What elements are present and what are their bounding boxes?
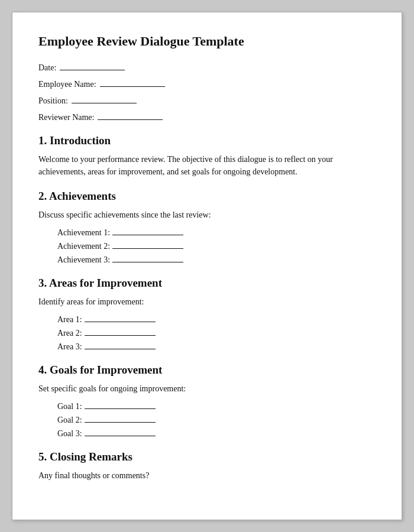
achievement-1-underline[interactable] — [112, 227, 183, 235]
section-body-introduction: Welcome to your performance review. The … — [38, 153, 376, 178]
area-2-underline[interactable] — [85, 327, 156, 336]
area-1-underline[interactable] — [85, 314, 156, 322]
goal-1-label: Goal 1: — [57, 402, 82, 411]
reviewer-name-label: Reviewer Name: — [38, 113, 94, 122]
achievements-list: Achievement 1: Achievement 2: Achievemen… — [57, 227, 376, 265]
list-item: Goal 1: — [57, 401, 376, 411]
goal-2-underline[interactable] — [85, 414, 156, 423]
list-item: Achievement 2: — [57, 241, 376, 251]
section-body-achievements: Discuss specific achievements since the … — [38, 209, 376, 221]
achievement-1-label: Achievement 1: — [57, 228, 110, 238]
list-item: Achievement 1: — [57, 227, 376, 238]
list-item: Goal 3: — [57, 428, 376, 439]
position-row: Position: — [38, 95, 376, 106]
list-item: Achievement 3: — [57, 254, 376, 265]
achievement-2-underline[interactable] — [112, 241, 183, 249]
list-item: Goal 2: — [57, 414, 376, 425]
achievement-3-label: Achievement 3: — [57, 255, 110, 265]
goals-list: Goal 1: Goal 2: Goal 3: — [57, 401, 376, 439]
section-heading-goals: 4. Goals for Improvement — [38, 364, 376, 377]
areas-list: Area 1: Area 2: Area 3: — [57, 314, 376, 352]
document-title: Employee Review Dialogue Template — [38, 34, 376, 49]
list-item: Area 2: — [57, 327, 376, 338]
area-3-label: Area 3: — [57, 342, 82, 352]
section-heading-closing: 5. Closing Remarks — [38, 450, 376, 463]
section-heading-areas: 3. Areas for Improvement — [38, 277, 376, 290]
section-heading-introduction: 1. Introduction — [38, 134, 376, 147]
goal-3-label: Goal 3: — [57, 429, 82, 439]
section-heading-achievements: 2. Achievements — [38, 190, 376, 203]
reviewer-name-row: Reviewer Name: — [38, 112, 376, 122]
list-item: Area 3: — [57, 341, 376, 352]
area-3-underline[interactable] — [85, 341, 156, 349]
document-container: Employee Review Dialogue Template Date: … — [12, 12, 402, 520]
date-row: Date: — [38, 62, 376, 73]
employee-name-underline[interactable] — [100, 79, 165, 87]
area-2-label: Area 2: — [57, 329, 82, 338]
achievement-2-label: Achievement 2: — [57, 242, 110, 251]
area-1-label: Area 1: — [57, 315, 82, 325]
section-body-goals: Set specific goals for ongoing improveme… — [38, 382, 376, 395]
goal-2-label: Goal 2: — [57, 416, 82, 425]
list-item: Area 1: — [57, 314, 376, 325]
reviewer-name-underline[interactable] — [98, 112, 163, 120]
achievement-3-underline[interactable] — [112, 254, 183, 262]
goal-3-underline[interactable] — [85, 428, 156, 436]
position-label: Position: — [38, 96, 68, 106]
section-body-areas: Identify areas for improvement: — [38, 296, 376, 308]
section-body-closing: Any final thoughts or comments? — [38, 469, 376, 482]
position-underline[interactable] — [72, 95, 137, 103]
goal-1-underline[interactable] — [85, 401, 156, 409]
date-underline[interactable] — [60, 62, 125, 70]
employee-name-label: Employee Name: — [38, 80, 96, 89]
date-label: Date: — [38, 63, 56, 73]
employee-name-row: Employee Name: — [38, 79, 376, 89]
